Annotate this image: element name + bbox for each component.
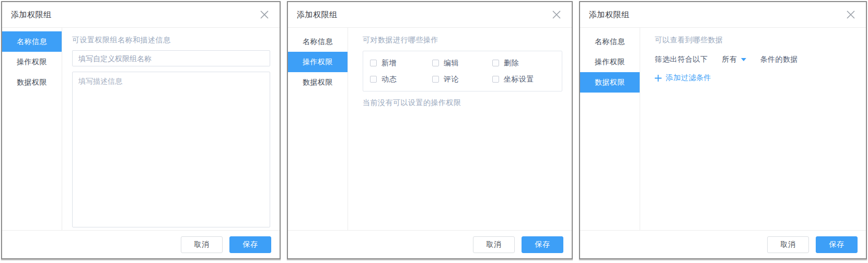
add-filter-link[interactable]: 添加过滤条件	[655, 73, 857, 83]
save-button[interactable]: 保存	[522, 236, 563, 253]
section-hint: 可以查看到哪些数据	[655, 36, 857, 45]
checkbox-icon[interactable]	[432, 76, 439, 83]
add-permission-group-dialog-name-info: 添加权限组 名称信息 操作权限 数据权限 可设置权限组名称和描述信息 取消 保存	[1, 1, 281, 259]
group-description-textarea[interactable]	[72, 72, 270, 227]
tab-name-info[interactable]: 名称信息	[580, 31, 640, 52]
dialog-title: 添加权限组	[11, 10, 52, 20]
close-icon[interactable]	[260, 10, 269, 19]
data-permissions-panel: 可以查看到哪些数据 筛选出符合以下 所有 条件的数据 添加过滤条件	[640, 28, 866, 230]
dialog-footer: 取消 保存	[288, 230, 572, 258]
filter-suffix-text: 条件的数据	[760, 55, 798, 64]
close-icon[interactable]	[552, 10, 561, 19]
checkbox-label: 新增	[381, 59, 397, 68]
filter-prefix-text: 筛选出符合以下	[655, 55, 708, 64]
operation-item-add[interactable]: 新增	[370, 59, 432, 68]
cancel-button[interactable]: 取消	[767, 236, 809, 253]
dialog-title: 添加权限组	[297, 10, 338, 20]
dialog-header: 添加权限组	[580, 2, 866, 28]
name-info-panel: 可设置权限组名称和描述信息	[62, 28, 280, 230]
cancel-button[interactable]: 取消	[473, 236, 515, 253]
checkbox-label: 坐标设置	[504, 75, 534, 84]
section-hint: 可设置权限组名称和描述信息	[72, 36, 270, 45]
dialog-footer: 取消 保存	[580, 230, 866, 258]
cancel-button[interactable]: 取消	[181, 236, 223, 253]
filter-mode-dropdown[interactable]: 所有	[722, 55, 746, 64]
operation-item-edit[interactable]: 编辑	[432, 59, 492, 68]
dialog-header: 添加权限组	[288, 2, 572, 28]
tab-data-permissions[interactable]: 数据权限	[580, 72, 640, 93]
dialog-header: 添加权限组	[2, 2, 280, 28]
caret-down-icon	[741, 58, 746, 61]
tab-operation-permissions[interactable]: 操作权限	[580, 52, 640, 72]
save-button[interactable]: 保存	[229, 236, 271, 253]
tab-data-permissions[interactable]: 数据权限	[288, 72, 348, 93]
tab-name-info[interactable]: 名称信息	[2, 31, 62, 52]
dialog-footer: 取消 保存	[2, 230, 280, 258]
tab-operation-permissions[interactable]: 操作权限	[2, 52, 62, 72]
section-hint: 可对数据进行哪些操作	[363, 36, 562, 45]
empty-operations-note: 当前没有可以设置的操作权限	[363, 98, 562, 108]
checkbox-icon[interactable]	[370, 60, 377, 66]
operation-item-coordinate-settings[interactable]: 坐标设置	[492, 75, 562, 84]
dialog-sidebar: 名称信息 操作权限 数据权限	[580, 28, 640, 230]
checkbox-icon[interactable]	[492, 76, 499, 83]
dialog-sidebar: 名称信息 操作权限 数据权限	[288, 28, 348, 230]
checkbox-label: 删除	[504, 59, 519, 68]
dialogs-row: 添加权限组 名称信息 操作权限 数据权限 可设置权限组名称和描述信息 取消 保存	[0, 0, 868, 259]
plus-icon	[655, 75, 662, 82]
save-button[interactable]: 保存	[816, 236, 858, 253]
group-name-input[interactable]	[72, 50, 270, 66]
close-icon[interactable]	[846, 10, 855, 19]
checkbox-label: 编辑	[444, 59, 459, 68]
dialog-body: 名称信息 操作权限 数据权限 可设置权限组名称和描述信息	[2, 28, 280, 230]
operation-item-delete[interactable]: 删除	[492, 59, 562, 68]
dialog-sidebar: 名称信息 操作权限 数据权限	[2, 28, 62, 230]
dialog-title: 添加权限组	[589, 10, 630, 20]
filter-mode-value: 所有	[722, 55, 737, 64]
operation-permissions-panel: 可对数据进行哪些操作 新增 编辑 删除	[348, 28, 572, 230]
add-permission-group-dialog-data-permissions: 添加权限组 名称信息 操作权限 数据权限 可以查看到哪些数据 筛选出符合以下 所…	[579, 1, 867, 259]
add-filter-label: 添加过滤条件	[666, 73, 711, 83]
operations-checkbox-group: 新增 编辑 删除 动态	[363, 51, 562, 92]
checkbox-icon[interactable]	[492, 60, 499, 66]
checkbox-icon[interactable]	[432, 60, 439, 66]
tab-name-info[interactable]: 名称信息	[288, 31, 348, 52]
checkbox-label: 评论	[444, 75, 459, 84]
tab-operation-permissions[interactable]: 操作权限	[288, 52, 348, 72]
filter-sentence: 筛选出符合以下 所有 条件的数据	[655, 55, 857, 64]
add-permission-group-dialog-operation-permissions: 添加权限组 名称信息 操作权限 数据权限 可对数据进行哪些操作 新增	[287, 1, 573, 259]
checkbox-icon[interactable]	[370, 76, 377, 83]
tab-data-permissions[interactable]: 数据权限	[2, 72, 62, 93]
dialog-body: 名称信息 操作权限 数据权限 可以查看到哪些数据 筛选出符合以下 所有 条件的数…	[580, 28, 866, 230]
checkbox-label: 动态	[381, 75, 397, 84]
dialog-body: 名称信息 操作权限 数据权限 可对数据进行哪些操作 新增 编辑	[288, 28, 572, 230]
operation-item-comment[interactable]: 评论	[432, 75, 492, 84]
operation-item-activity[interactable]: 动态	[370, 75, 432, 84]
